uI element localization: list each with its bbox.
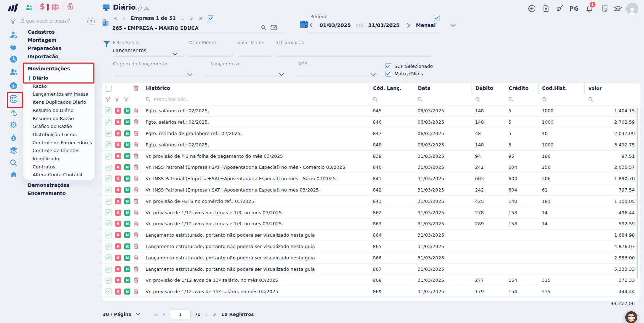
period-end-date[interactable]: 31/03/2025 <box>368 22 399 28</box>
gear-icon[interactable]: ⚙ <box>10 121 18 130</box>
row-trash-icon[interactable] <box>133 198 139 204</box>
cod-hist-search-icon[interactable] <box>542 97 547 102</box>
page-input[interactable] <box>170 309 191 319</box>
next-company-button[interactable]: › <box>181 15 184 22</box>
home-icon[interactable] <box>9 170 18 179</box>
row-trash-icon[interactable] <box>133 277 139 283</box>
table-row[interactable]: ANVr. INSS Patronal (Empresa+SAT+Aposent… <box>102 162 640 173</box>
row-checkbox[interactable] <box>105 153 112 160</box>
badge-n-icon[interactable]: N <box>124 176 130 182</box>
sidebar-item-prepara-es[interactable]: Preparações <box>28 44 61 53</box>
submenu-item-distribui-o-lucros[interactable]: Distribuição Lucros <box>23 131 95 139</box>
row-trash-icon[interactable] <box>133 153 139 159</box>
clock-icon[interactable] <box>9 55 18 64</box>
badge-n-icon[interactable]: N <box>124 108 130 114</box>
table-row[interactable]: ANPgto. salários ref.: 02/2025,84606/03/… <box>102 116 640 128</box>
row-trash-icon[interactable] <box>133 176 139 182</box>
calculator-module-icon[interactable] <box>51 3 59 11</box>
row-checkbox[interactable] <box>105 164 112 171</box>
badge-a-icon[interactable]: A <box>115 153 121 159</box>
badge-a-icon[interactable]: A <box>115 221 121 227</box>
money-bag-module-icon[interactable] <box>66 2 75 12</box>
badge-a-icon[interactable]: A <box>115 142 121 148</box>
help-icon[interactable]: ? <box>87 18 95 25</box>
row-checkbox[interactable] <box>105 288 112 295</box>
row-checkbox[interactable] <box>105 232 112 238</box>
badge-n-icon[interactable]: N <box>124 198 130 204</box>
row-trash-icon[interactable] <box>133 119 139 125</box>
table-row[interactable]: ANVr. INSS Patronal (Empresa+SAT+Aposent… <box>102 173 640 184</box>
prev-company-button[interactable]: ‹ <box>123 15 125 22</box>
table-row[interactable]: ANVr. provisão de PIS na folha de pagame… <box>102 150 640 162</box>
money-bag-icon[interactable]: $ <box>9 134 18 142</box>
badge-n-icon[interactable]: N <box>124 187 130 193</box>
column-header-cod-hist[interactable]: Cod.Hist. <box>538 83 584 94</box>
row-trash-icon[interactable] <box>133 130 139 136</box>
table-row[interactable]: ANLançamento estruturado, portanto não p… <box>102 229 640 241</box>
submenu-item-lan-amentos-em-massa[interactable]: Lançamentos em Massa <box>23 90 95 98</box>
debito-search-icon[interactable] <box>475 97 480 102</box>
column-header-debito[interactable]: Débito <box>471 83 505 94</box>
submenu-item-resumo-do-raz-o[interactable]: Resumo do Razão <box>23 115 95 123</box>
badge-a-icon[interactable]: A <box>115 119 121 125</box>
sidebar-item-montagem[interactable]: Montagem <box>28 36 61 44</box>
search-icon[interactable] <box>9 158 18 167</box>
row-trash-icon[interactable] <box>133 210 139 216</box>
dollar-circle-icon[interactable]: $ <box>9 81 18 90</box>
page-size-chevron-icon[interactable] <box>136 311 140 315</box>
trending-up-icon[interactable] <box>9 108 18 117</box>
row-trash-icon[interactable] <box>133 289 139 295</box>
row-trash-icon[interactable] <box>133 108 139 114</box>
badge-n-icon[interactable]: N <box>124 142 130 148</box>
badge-n-icon[interactable]: N <box>124 232 130 238</box>
badge-n-icon[interactable]: N <box>124 164 130 170</box>
period-mode-select[interactable]: Mensal <box>416 22 436 28</box>
row-checkbox[interactable] <box>105 266 112 273</box>
row-trash-icon[interactable] <box>133 255 139 261</box>
row-funnel-icon-1[interactable] <box>105 97 110 102</box>
badge-a-icon[interactable]: A <box>115 198 121 204</box>
first-company-button[interactable]: « <box>114 15 117 22</box>
row-checkbox[interactable] <box>105 130 112 137</box>
row-trash-icon[interactable] <box>133 243 139 249</box>
info-icon[interactable]: i <box>136 5 142 11</box>
sidebar-filter-icon[interactable] <box>10 18 16 25</box>
accounting-calculator-icon[interactable] <box>9 95 18 103</box>
valor-search-icon[interactable] <box>588 97 593 102</box>
row-checkbox[interactable] <box>105 187 112 193</box>
submenu-item-gr-fico-do-raz-o[interactable]: Gráfico do Razão <box>23 123 95 131</box>
scp-selecionado-checkbox[interactable] <box>385 63 391 69</box>
row-checkbox[interactable] <box>105 141 112 148</box>
company-search-icon[interactable] <box>261 25 267 31</box>
row-trash-icon[interactable] <box>133 221 139 227</box>
row-checkbox[interactable] <box>105 220 112 227</box>
submenu-item-controle-de-clientes[interactable]: Controle de Clientes <box>23 147 95 155</box>
row-trash-icon[interactable] <box>133 232 139 238</box>
mail-icon[interactable] <box>271 25 277 30</box>
period-mode-chevron-icon[interactable] <box>451 22 455 27</box>
table-row[interactable]: ANVr. provisão de 1/12 avos de 13º salár… <box>102 286 640 297</box>
user-avatar[interactable] <box>626 3 638 15</box>
row-checkbox[interactable] <box>105 277 112 284</box>
prev-period-button[interactable] <box>310 23 315 28</box>
row-checkbox[interactable] <box>105 119 112 125</box>
badge-n-icon[interactable]: N <box>124 221 130 227</box>
row-trash-icon[interactable] <box>133 187 139 193</box>
badge-n-icon[interactable]: N <box>124 243 130 249</box>
education-icon[interactable] <box>613 4 622 13</box>
add-icon[interactable] <box>528 4 536 13</box>
row-checkbox[interactable] <box>105 243 112 250</box>
document-icon[interactable] <box>542 4 550 13</box>
badge-a-icon[interactable]: A <box>115 164 121 170</box>
table-row[interactable]: ANVr. INSS Patronal (Empresa+SAT+Aposent… <box>102 184 640 195</box>
badge-n-icon[interactable]: N <box>124 130 130 136</box>
table-row[interactable]: ANPgto. retirada de pró-labore ref.: 02/… <box>102 128 640 139</box>
table-row[interactable]: ANVr. provisão de 1/12 avos de 13º salár… <box>102 275 640 286</box>
company-name[interactable]: 265 - EMPRESA - MAKRO EDUCA <box>112 25 198 31</box>
submenu-item-contratos[interactable]: Contratos <box>23 163 95 171</box>
row-funnel-icon-2[interactable] <box>114 97 120 102</box>
data-search-icon[interactable] <box>417 97 423 102</box>
row-checkbox[interactable] <box>105 175 112 182</box>
badge-a-icon[interactable]: A <box>115 108 121 114</box>
cod-lanc-search-icon[interactable] <box>373 97 378 102</box>
